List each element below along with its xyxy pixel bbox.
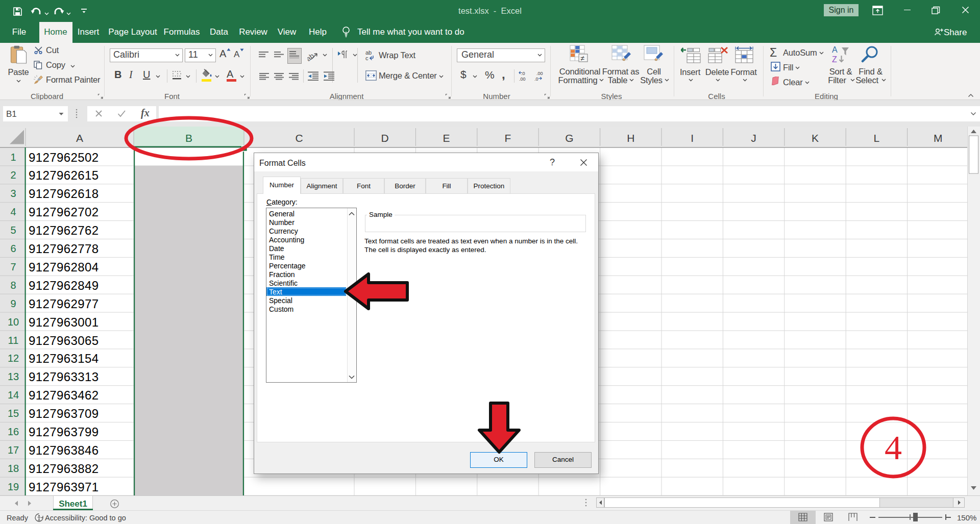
svg-text:9127963846: 9127963846 [29,443,99,457]
svg-text:9127963462: 9127963462 [29,388,99,402]
svg-text:.0: .0 [534,77,538,82]
svg-text:K: K [812,132,819,144]
svg-text:9127963154: 9127963154 [29,352,99,365]
svg-text:14: 14 [8,389,19,401]
svg-text:9127963065: 9127963065 [29,334,99,347]
svg-text:9127963971: 9127963971 [29,480,99,494]
svg-text:9127963313: 9127963313 [29,370,99,384]
svg-text:≠: ≠ [581,54,585,62]
svg-text:19: 19 [8,481,19,492]
svg-text:.00: .00 [536,71,543,76]
svg-text:G: G [565,132,573,144]
svg-text:8: 8 [10,280,16,291]
svg-text:J: J [751,132,756,144]
svg-text:3: 3 [10,188,16,199]
svg-text:9127963799: 9127963799 [29,425,99,439]
svg-text:9127962762: 9127962762 [29,223,99,237]
svg-text:12: 12 [8,353,19,364]
svg-text:.0: .0 [521,71,525,76]
svg-text:9127962977: 9127962977 [29,297,99,311]
svg-text:1: 1 [10,152,16,163]
svg-text:ab: ab [307,52,316,62]
svg-text:Z: Z [832,55,837,64]
svg-text:4: 4 [885,428,902,467]
svg-text:4: 4 [10,206,16,217]
svg-text:6: 6 [10,243,16,254]
svg-text:9127962804: 9127962804 [29,260,99,274]
svg-text:9127962615: 9127962615 [29,168,99,182]
svg-text:A: A [832,45,838,54]
svg-text:9127963001: 9127963001 [29,315,99,329]
svg-text:E: E [443,132,450,144]
svg-text:C: C [295,132,303,144]
svg-text:.00: .00 [519,77,526,82]
svg-text:9127962618: 9127962618 [29,187,99,201]
svg-text:A: A [76,132,83,144]
svg-text:17: 17 [8,444,19,456]
svg-text:I: I [691,132,694,144]
svg-text:15: 15 [8,408,19,419]
svg-text:9: 9 [10,298,16,309]
svg-text:H: H [627,132,634,144]
svg-text:10: 10 [8,316,19,328]
svg-text:7: 7 [10,261,16,272]
svg-text:9127963882: 9127963882 [29,462,99,476]
svg-text:9127962778: 9127962778 [29,242,99,256]
svg-text:L: L [874,132,880,144]
svg-text:9127963709: 9127963709 [29,407,99,420]
svg-text:16: 16 [8,426,19,437]
svg-text:c: c [365,55,369,61]
svg-text:5: 5 [10,224,16,236]
svg-text:18: 18 [8,463,19,474]
svg-text:9127962702: 9127962702 [29,205,99,219]
svg-text:9127962849: 9127962849 [29,279,99,292]
svg-text:M: M [934,132,943,144]
svg-text:9127962502: 9127962502 [29,151,99,164]
svg-text:13: 13 [8,371,19,382]
svg-text:2: 2 [10,169,16,181]
svg-text:11: 11 [8,335,19,346]
svg-text:F: F [505,132,511,144]
svg-text:D: D [381,132,389,144]
